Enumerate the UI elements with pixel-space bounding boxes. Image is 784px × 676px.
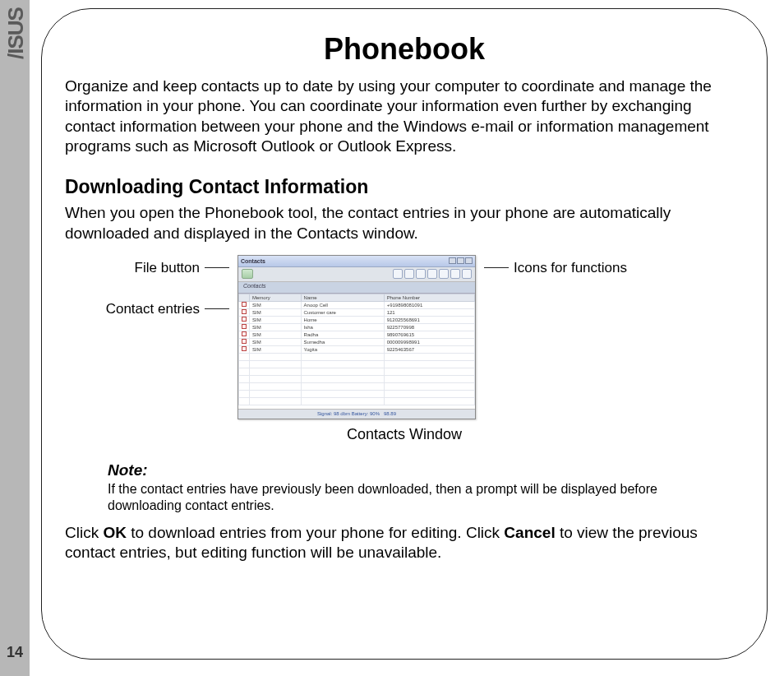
content-frame: Phonebook Organize and keep contacts up … [41, 8, 768, 660]
table-row[interactable] [239, 382, 475, 390]
figure-left-labels: File button Contact entries [65, 255, 229, 317]
cell-name: Home [301, 316, 384, 323]
cell-name: Customer care [301, 308, 384, 316]
toolbar-icon[interactable] [439, 269, 449, 279]
row-icon [239, 331, 250, 338]
note-heading: Note: [108, 461, 711, 479]
label-icons-for-functions: Icons for functions [514, 260, 627, 276]
row-icon [239, 301, 250, 308]
figure-area: File button Contact entries Contacts [65, 255, 744, 419]
label-contact-entries: Contact entries [106, 301, 200, 317]
section-paragraph: When you open the Phonebook tool, the co… [65, 203, 744, 243]
cell-phone: 9890769615 [384, 331, 474, 338]
cell-phone: 121 [384, 308, 474, 316]
contacts-window-screenshot: Contacts Contacts [238, 255, 476, 419]
intro-paragraph: Organize and keep contacts up to date by… [65, 76, 744, 156]
toolbar-icon[interactable] [462, 269, 472, 279]
row-icon [239, 323, 250, 331]
closing-text: Click [65, 524, 103, 541]
cell-memory: SIM [250, 345, 302, 353]
row-icon [239, 345, 250, 353]
row-icon [239, 338, 250, 345]
page-title: Phonebook [65, 32, 744, 67]
table-row[interactable]: SIMCustomer care121 [239, 308, 475, 316]
contacts-grid: Memory Name Phone Number SIMAnoop Cell+9… [238, 294, 475, 409]
note-text: If the contact entries have previously b… [108, 481, 711, 515]
window-controls [449, 257, 473, 264]
toolbar-icon[interactable] [427, 269, 437, 279]
cell-memory: SIM [250, 338, 302, 345]
table-row[interactable] [239, 390, 475, 397]
table-row[interactable]: SIMYogita9225463567 [239, 345, 475, 353]
section-heading: Downloading Contact Information [65, 176, 744, 198]
toolbar-icon[interactable] [393, 269, 403, 279]
leader-line [205, 267, 229, 268]
table-row[interactable]: SIMSumedha000009998991 [239, 338, 475, 345]
cell-memory: SIM [250, 323, 302, 331]
cell-phone: 9225463567 [384, 345, 474, 353]
cell-phone: 9225770998 [384, 323, 474, 331]
toolbar-icon[interactable] [450, 269, 460, 279]
col-name: Name [301, 294, 384, 301]
page-number: 14 [7, 644, 23, 661]
col-phone: Phone Number [384, 294, 474, 301]
status-bar: Signal: 98 dbm Battery: 90% 98.89 [238, 409, 475, 419]
page-spine: 14 [0, 0, 30, 676]
cell-name: Isha [301, 323, 384, 331]
table-row[interactable] [239, 368, 475, 375]
col-icon [239, 294, 250, 301]
table-row[interactable]: SIMRadha9890769615 [239, 331, 475, 338]
note-block: Note: If the contact entries have previo… [108, 461, 711, 515]
table-row[interactable] [239, 360, 475, 368]
table-row[interactable] [239, 397, 475, 405]
table-row[interactable] [239, 353, 475, 360]
cell-phone: +919898081091 [384, 301, 474, 308]
closing-text: to download entries from your phone for … [127, 524, 504, 541]
brand-logo: /ISUS [3, 7, 29, 59]
ok-label: OK [103, 524, 127, 541]
cancel-label: Cancel [504, 524, 555, 541]
figure-right-labels: Icons for functions [484, 255, 744, 301]
file-button-icon[interactable] [242, 269, 253, 279]
cell-name: Anoop Cell [301, 301, 384, 308]
col-memory: Memory [250, 294, 302, 301]
status-text: Signal: 98 dbm Battery: 90% [317, 411, 380, 416]
row-icon [239, 316, 250, 323]
window-titlebar: Contacts [238, 256, 475, 267]
toolbar-icon[interactable] [404, 269, 414, 279]
table-row[interactable] [239, 375, 475, 382]
closing-paragraph: Click OK to download entries from your p… [65, 523, 744, 563]
toolbar-icon[interactable] [416, 269, 426, 279]
row-icon [239, 308, 250, 316]
cell-memory: SIM [250, 316, 302, 323]
table-row[interactable]: SIMAnoop Cell+919898081091 [239, 301, 475, 308]
function-icons [393, 269, 472, 279]
leader-line [205, 308, 229, 309]
cell-memory: SIM [250, 308, 302, 316]
cell-phone: 000009998991 [384, 338, 474, 345]
leader-line [484, 267, 509, 268]
figure-caption: Contacts Window [65, 426, 744, 443]
label-file-button: File button [135, 260, 200, 276]
cell-memory: SIM [250, 301, 302, 308]
toolbar [238, 267, 475, 282]
window-title: Contacts [241, 258, 265, 264]
cell-name: Radha [301, 331, 384, 338]
cell-phone: 912025568691 [384, 316, 474, 323]
contacts-tab[interactable]: Contacts [238, 282, 475, 294]
cell-name: Sumedha [301, 338, 384, 345]
status-right: 98.89 [384, 411, 396, 416]
cell-memory: SIM [250, 331, 302, 338]
table-row[interactable]: SIMHome912025568691 [239, 316, 475, 323]
cell-name: Yogita [301, 345, 384, 353]
table-row[interactable]: SIMIsha9225770998 [239, 323, 475, 331]
